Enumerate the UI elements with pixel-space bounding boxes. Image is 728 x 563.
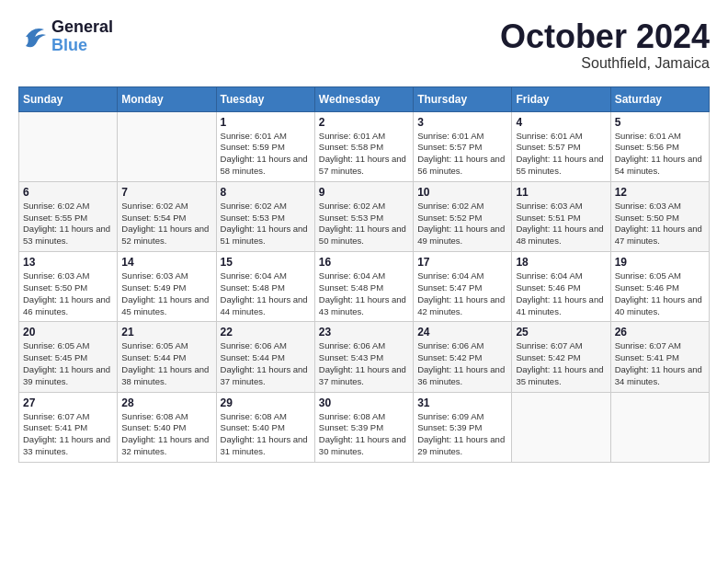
calendar-header-tuesday: Tuesday [216, 86, 314, 111]
day-info: Sunrise: 6:02 AMSunset: 5:53 PMDaylight:… [319, 201, 409, 247]
day-number: 24 [417, 326, 507, 339]
day-info: Sunrise: 6:04 AMSunset: 5:47 PMDaylight:… [417, 270, 507, 317]
calendar-header-monday: Monday [118, 86, 216, 111]
day-info: Sunrise: 6:02 AMSunset: 5:53 PMDaylight:… [221, 201, 311, 247]
calendar-cell: 27Sunrise: 6:07 AMSunset: 5:41 PMDayligh… [19, 392, 118, 462]
day-info: Sunrise: 6:08 AMSunset: 5:40 PMDaylight:… [221, 411, 311, 458]
day-number: 26 [615, 326, 705, 339]
day-number: 22 [221, 326, 311, 339]
day-info: Sunrise: 6:05 AMSunset: 5:45 PMDaylight:… [23, 340, 113, 387]
calendar-header-row: SundayMondayTuesdayWednesdayThursdayFrid… [19, 86, 710, 111]
calendar-week-row: 6Sunrise: 6:02 AMSunset: 5:55 PMDaylight… [19, 181, 710, 251]
calendar-cell: 15Sunrise: 6:04 AMSunset: 5:48 PMDayligh… [216, 252, 314, 322]
day-number: 17 [417, 256, 507, 269]
day-info: Sunrise: 6:01 AMSunset: 5:56 PMDaylight:… [615, 131, 705, 178]
day-info: Sunrise: 6:06 AMSunset: 5:44 PMDaylight:… [221, 340, 311, 387]
day-info: Sunrise: 6:01 AMSunset: 5:57 PMDaylight:… [417, 131, 507, 178]
logo-icon [18, 24, 48, 50]
calendar-cell: 10Sunrise: 6:02 AMSunset: 5:52 PMDayligh… [414, 181, 512, 251]
calendar-cell: 16Sunrise: 6:04 AMSunset: 5:48 PMDayligh… [314, 252, 413, 322]
day-number: 13 [23, 256, 113, 269]
calendar-week-row: 13Sunrise: 6:03 AMSunset: 5:50 PMDayligh… [19, 252, 710, 322]
calendar-cell: 21Sunrise: 6:05 AMSunset: 5:44 PMDayligh… [118, 322, 216, 392]
day-number: 19 [615, 256, 705, 269]
calendar-cell: 2Sunrise: 6:01 AMSunset: 5:58 PMDaylight… [314, 111, 413, 181]
day-number: 10 [417, 186, 507, 199]
calendar-cell: 14Sunrise: 6:03 AMSunset: 5:49 PMDayligh… [118, 252, 216, 322]
day-info: Sunrise: 6:02 AMSunset: 5:55 PMDaylight:… [23, 201, 113, 247]
calendar-week-row: 20Sunrise: 6:05 AMSunset: 5:45 PMDayligh… [19, 322, 710, 392]
day-number: 31 [417, 396, 507, 409]
day-number: 25 [516, 326, 606, 339]
calendar-cell: 7Sunrise: 6:02 AMSunset: 5:54 PMDaylight… [118, 181, 216, 251]
day-number: 16 [319, 256, 409, 269]
day-info: Sunrise: 6:07 AMSunset: 5:41 PMDaylight:… [615, 340, 705, 387]
day-info: Sunrise: 6:06 AMSunset: 5:43 PMDaylight:… [319, 340, 409, 387]
calendar-cell: 20Sunrise: 6:05 AMSunset: 5:45 PMDayligh… [19, 322, 118, 392]
day-info: Sunrise: 6:05 AMSunset: 5:44 PMDaylight:… [121, 340, 211, 387]
day-number: 29 [221, 396, 311, 409]
page-header: General Blue October 2024 Southfield, Ja… [18, 18, 710, 72]
calendar-cell: 5Sunrise: 6:01 AMSunset: 5:56 PMDaylight… [610, 111, 709, 181]
day-number: 18 [516, 256, 606, 269]
calendar-header-saturday: Saturday [610, 86, 709, 111]
day-info: Sunrise: 6:02 AMSunset: 5:54 PMDaylight:… [121, 201, 211, 247]
calendar-cell: 13Sunrise: 6:03 AMSunset: 5:50 PMDayligh… [19, 252, 118, 322]
day-info: Sunrise: 6:04 AMSunset: 5:48 PMDaylight:… [221, 270, 311, 317]
day-info: Sunrise: 6:03 AMSunset: 5:49 PMDaylight:… [121, 270, 211, 317]
day-number: 2 [319, 116, 409, 129]
calendar-cell: 30Sunrise: 6:08 AMSunset: 5:39 PMDayligh… [314, 392, 413, 462]
calendar-cell: 9Sunrise: 6:02 AMSunset: 5:53 PMDaylight… [314, 181, 413, 251]
day-info: Sunrise: 6:04 AMSunset: 5:48 PMDaylight:… [319, 270, 409, 317]
day-info: Sunrise: 6:07 AMSunset: 5:41 PMDaylight:… [23, 411, 113, 458]
day-info: Sunrise: 6:08 AMSunset: 5:40 PMDaylight:… [121, 411, 211, 458]
calendar-cell: 4Sunrise: 6:01 AMSunset: 5:57 PMDaylight… [512, 111, 610, 181]
month-title: October 2024 [500, 18, 710, 55]
location: Southfield, Jamaica [500, 55, 710, 72]
calendar-cell: 24Sunrise: 6:06 AMSunset: 5:42 PMDayligh… [414, 322, 512, 392]
calendar-cell: 11Sunrise: 6:03 AMSunset: 5:51 PMDayligh… [512, 181, 610, 251]
calendar-cell: 25Sunrise: 6:07 AMSunset: 5:42 PMDayligh… [512, 322, 610, 392]
day-number: 6 [23, 186, 113, 199]
calendar-header-friday: Friday [512, 86, 610, 111]
day-number: 14 [121, 256, 211, 269]
calendar-week-row: 1Sunrise: 6:01 AMSunset: 5:59 PMDaylight… [19, 111, 710, 181]
logo: General Blue [18, 18, 113, 55]
calendar-cell: 12Sunrise: 6:03 AMSunset: 5:50 PMDayligh… [610, 181, 709, 251]
day-number: 8 [221, 186, 311, 199]
day-info: Sunrise: 6:09 AMSunset: 5:39 PMDaylight:… [417, 411, 507, 458]
calendar-table: SundayMondayTuesdayWednesdayThursdayFrid… [18, 86, 710, 463]
day-info: Sunrise: 6:07 AMSunset: 5:42 PMDaylight:… [516, 340, 606, 387]
day-info: Sunrise: 6:01 AMSunset: 5:57 PMDaylight:… [516, 131, 606, 178]
day-number: 27 [23, 396, 113, 409]
day-info: Sunrise: 6:03 AMSunset: 5:50 PMDaylight:… [615, 201, 705, 247]
calendar-cell: 3Sunrise: 6:01 AMSunset: 5:57 PMDaylight… [414, 111, 512, 181]
calendar-cell [512, 392, 610, 462]
calendar-cell: 31Sunrise: 6:09 AMSunset: 5:39 PMDayligh… [414, 392, 512, 462]
title-section: October 2024 Southfield, Jamaica [500, 18, 710, 72]
logo-text: General Blue [51, 18, 113, 55]
calendar-cell: 29Sunrise: 6:08 AMSunset: 5:40 PMDayligh… [216, 392, 314, 462]
day-number: 23 [319, 326, 409, 339]
calendar-cell: 23Sunrise: 6:06 AMSunset: 5:43 PMDayligh… [314, 322, 413, 392]
calendar-cell: 1Sunrise: 6:01 AMSunset: 5:59 PMDaylight… [216, 111, 314, 181]
day-number: 3 [417, 116, 507, 129]
day-info: Sunrise: 6:01 AMSunset: 5:59 PMDaylight:… [221, 131, 311, 178]
day-number: 9 [319, 186, 409, 199]
calendar-header-wednesday: Wednesday [314, 86, 413, 111]
day-number: 21 [121, 326, 211, 339]
calendar-cell: 26Sunrise: 6:07 AMSunset: 5:41 PMDayligh… [610, 322, 709, 392]
calendar-week-row: 27Sunrise: 6:07 AMSunset: 5:41 PMDayligh… [19, 392, 710, 462]
calendar-header-sunday: Sunday [19, 86, 118, 111]
calendar-cell: 6Sunrise: 6:02 AMSunset: 5:55 PMDaylight… [19, 181, 118, 251]
day-info: Sunrise: 6:03 AMSunset: 5:51 PMDaylight:… [516, 201, 606, 247]
day-number: 15 [221, 256, 311, 269]
day-info: Sunrise: 6:01 AMSunset: 5:58 PMDaylight:… [319, 131, 409, 178]
calendar-cell [19, 111, 118, 181]
calendar-cell: 22Sunrise: 6:06 AMSunset: 5:44 PMDayligh… [216, 322, 314, 392]
calendar-cell: 8Sunrise: 6:02 AMSunset: 5:53 PMDaylight… [216, 181, 314, 251]
day-number: 11 [516, 186, 606, 199]
day-number: 30 [319, 396, 409, 409]
calendar-cell: 17Sunrise: 6:04 AMSunset: 5:47 PMDayligh… [414, 252, 512, 322]
day-info: Sunrise: 6:02 AMSunset: 5:52 PMDaylight:… [417, 201, 507, 247]
